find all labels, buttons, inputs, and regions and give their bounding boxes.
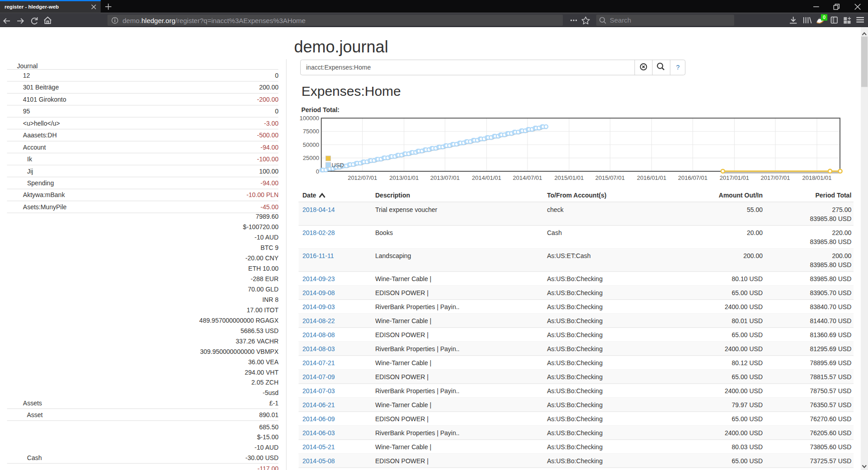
- svg-text:As:US:Bo:Checking: As:US:Bo:Checking: [547, 331, 603, 338]
- svg-text:2012/07/01: 2012/07/01: [348, 174, 377, 181]
- svg-text:2014/07/01: 2014/07/01: [513, 174, 542, 181]
- svg-text:Aktywa:mBank: Aktywa:mBank: [23, 191, 66, 198]
- svg-text:Journal: Journal: [17, 62, 38, 70]
- svg-text:65.00 USD: 65.00 USD: [732, 373, 763, 381]
- svg-text:70.00 GLD: 70.00 GLD: [248, 286, 278, 293]
- svg-text:-30.00 USD: -30.00 USD: [245, 454, 278, 461]
- svg-text:USD: USD: [332, 162, 344, 169]
- svg-text:83985.80 USD: 83985.80 USD: [810, 215, 851, 222]
- svg-text:80.10 USD: 80.10 USD: [732, 275, 763, 282]
- svg-text:890.01: 890.01: [259, 411, 278, 418]
- svg-text:2016/07/01: 2016/07/01: [678, 174, 708, 181]
- svg-text:-10 AUD: -10 AUD: [255, 234, 278, 241]
- svg-text:As:US:Bo:Checking: As:US:Bo:Checking: [547, 457, 603, 465]
- svg-text:INR 8: INR 8: [262, 296, 278, 303]
- svg-text:<u>hello</u>: <u>hello</u>: [23, 120, 60, 127]
- svg-text:Ik: Ik: [27, 155, 33, 163]
- svg-text:83905.70 USD: 83905.70 USD: [810, 289, 851, 296]
- svg-text:2014-07-03: 2014-07-03: [302, 387, 335, 395]
- svg-text:-45.00: -45.00: [260, 203, 278, 211]
- svg-text:2014-06-09: 2014-06-09: [302, 415, 335, 423]
- svg-text:Books: Books: [375, 229, 393, 236]
- svg-text:309.950000000000 VBMPX: 309.950000000000 VBMPX: [200, 348, 278, 355]
- svg-text:2014-08-03: 2014-08-03: [302, 345, 335, 352]
- svg-text:12: 12: [23, 72, 30, 79]
- svg-text:2013/07/01: 2013/07/01: [430, 174, 460, 181]
- svg-text:2018/01/01: 2018/01/01: [802, 174, 831, 181]
- svg-text:As:US:Bo:Checking: As:US:Bo:Checking: [547, 289, 603, 296]
- svg-text:2014-09-08: 2014-09-08: [302, 289, 335, 296]
- svg-text:Period Total:: Period Total:: [302, 106, 340, 113]
- svg-text:275.00: 275.00: [832, 206, 851, 213]
- svg-text:25000: 25000: [303, 155, 319, 161]
- svg-text:As:US:Bo:Checking: As:US:Bo:Checking: [547, 443, 603, 451]
- svg-text:demo.journal: demo.journal: [294, 38, 388, 56]
- svg-text:685.50: 685.50: [259, 423, 278, 431]
- svg-text:2014-05-08: 2014-05-08: [302, 457, 335, 465]
- svg-text:2400.00 USD: 2400.00 USD: [725, 387, 763, 395]
- svg-text:?: ?: [676, 64, 679, 71]
- svg-text:2014-08-22: 2014-08-22: [302, 317, 335, 324]
- svg-text:200.00: 200.00: [743, 252, 763, 259]
- svg-text:65.00 USD: 65.00 USD: [732, 415, 763, 423]
- svg-text:Account: Account: [23, 144, 46, 151]
- svg-text:Cash: Cash: [547, 229, 562, 236]
- svg-text:80.01 USD: 80.01 USD: [732, 317, 763, 324]
- svg-text:80.03 USD: 80.03 USD: [732, 443, 763, 451]
- svg-text:$-15.00: $-15.00: [257, 433, 279, 441]
- svg-text:As:US:Bo:Checking: As:US:Bo:Checking: [547, 415, 603, 423]
- svg-text:2014-06-03: 2014-06-03: [302, 429, 335, 437]
- svg-text:2016/01/01: 2016/01/01: [637, 174, 666, 181]
- svg-text:5686.53 USD: 5686.53 USD: [241, 327, 278, 334]
- svg-text:2017/07/01: 2017/07/01: [760, 174, 790, 181]
- svg-text:81360.69 USD: 81360.69 USD: [810, 331, 851, 338]
- svg-text:17.00 ITOT: 17.00 ITOT: [246, 306, 278, 314]
- svg-text:7989.60: 7989.60: [255, 213, 278, 220]
- svg-text:Cash: Cash: [27, 454, 42, 461]
- svg-text:2016-11-11: 2016-11-11: [302, 252, 334, 259]
- svg-text:294.00 VHT: 294.00 VHT: [245, 369, 278, 376]
- svg-text:2400.00 USD: 2400.00 USD: [725, 303, 763, 310]
- svg-text:2.05 ZCH: 2.05 ZCH: [251, 379, 278, 386]
- svg-text:0: 0: [275, 72, 278, 79]
- svg-text:2015/01/01: 2015/01/01: [554, 174, 584, 181]
- svg-text:As:US:Bo:Checking: As:US:Bo:Checking: [547, 359, 603, 367]
- svg-text:As:US:Bo:Checking: As:US:Bo:Checking: [547, 317, 603, 324]
- svg-text:Asset: Asset: [27, 411, 43, 418]
- svg-text:200.00: 200.00: [832, 252, 851, 259]
- svg-text:2014-05-21: 2014-05-21: [302, 443, 335, 451]
- svg-text:Wine-Tarner Cable |: Wine-Tarner Cable |: [375, 359, 431, 367]
- svg-text:EDISON POWER |: EDISON POWER |: [375, 415, 429, 423]
- svg-text:Jij: Jij: [27, 168, 33, 175]
- svg-text:75000: 75000: [303, 128, 319, 135]
- svg-text:Date: Date: [302, 192, 316, 199]
- svg-text:2014-08-08: 2014-08-08: [302, 331, 335, 338]
- svg-text:100.00: 100.00: [259, 168, 278, 175]
- svg-text:65.00 USD: 65.00 USD: [732, 289, 763, 296]
- svg-text:register - hledger-web: register - hledger-web: [5, 4, 59, 9]
- svg-text:As:US:Bo:Checking: As:US:Bo:Checking: [547, 345, 603, 352]
- svg-text:200.00: 200.00: [259, 84, 278, 91]
- svg-text:20.00: 20.00: [747, 229, 763, 236]
- svg-text:36.00 VEA: 36.00 VEA: [248, 358, 279, 366]
- svg-text:4101 Girokonto: 4101 Girokonto: [23, 96, 66, 103]
- svg-text:As:US:Bo:Checking: As:US:Bo:Checking: [547, 429, 603, 437]
- svg-text:2014-07-21: 2014-07-21: [302, 359, 335, 367]
- svg-text:73805.60 USD: 73805.60 USD: [810, 443, 851, 451]
- svg-text:Aaasets:DH: Aaasets:DH: [23, 132, 57, 139]
- svg-text:-288 EUR: -288 EUR: [251, 275, 278, 282]
- svg-text:Wine-Tarner Cable |: Wine-Tarner Cable |: [375, 401, 431, 409]
- svg-text:As:US:Bo:Checking: As:US:Bo:Checking: [547, 387, 603, 395]
- svg-text:73725.57 USD: 73725.57 USD: [810, 457, 851, 465]
- svg-text:50000: 50000: [303, 141, 319, 148]
- svg-text:83985.80 USD: 83985.80 USD: [810, 238, 851, 245]
- svg-text:Spending: Spending: [27, 179, 54, 187]
- svg-text:80.12 USD: 80.12 USD: [732, 359, 763, 367]
- svg-text:301 Beiträge: 301 Beiträge: [23, 84, 59, 91]
- svg-text:95: 95: [23, 108, 30, 115]
- svg-text:79.97 USD: 79.97 USD: [732, 401, 763, 409]
- svg-text:RiverBank Properties | Payin..: RiverBank Properties | Payin..: [375, 345, 460, 352]
- svg-text:337.26 VACHR: 337.26 VACHR: [236, 338, 278, 345]
- svg-text:2014-06-21: 2014-06-21: [302, 401, 335, 409]
- svg-text:As:US:Bo:Checking: As:US:Bo:Checking: [547, 275, 603, 282]
